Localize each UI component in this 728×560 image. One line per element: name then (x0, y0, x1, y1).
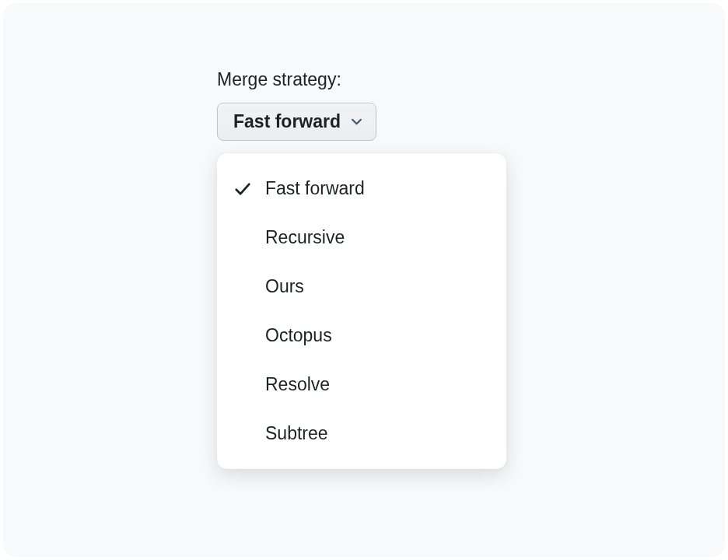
check-icon (234, 180, 265, 198)
option-octopus[interactable]: Octopus (217, 311, 506, 360)
merge-strategy-selected-value: Fast forward (233, 111, 341, 132)
option-label: Resolve (265, 374, 330, 395)
panel: Merge strategy: Fast forward Fast forwar… (3, 3, 725, 557)
merge-strategy-select[interactable]: Fast forward (217, 103, 376, 141)
option-label: Fast forward (265, 178, 365, 199)
option-recursive[interactable]: Recursive (217, 213, 506, 262)
option-label: Subtree (265, 423, 328, 444)
option-fast-forward[interactable]: Fast forward (217, 164, 506, 213)
merge-strategy-label: Merge strategy: (217, 69, 376, 90)
option-label: Ours (265, 276, 304, 297)
option-ours[interactable]: Ours (217, 262, 506, 311)
merge-strategy-control: Merge strategy: Fast forward Fast forwar… (217, 69, 376, 141)
option-label: Octopus (265, 325, 332, 346)
merge-strategy-dropdown: Fast forward Recursive Ours Octopus Reso… (217, 153, 506, 469)
option-resolve[interactable]: Resolve (217, 360, 506, 409)
chevron-down-icon (352, 118, 362, 125)
option-subtree[interactable]: Subtree (217, 409, 506, 458)
option-label: Recursive (265, 227, 345, 248)
